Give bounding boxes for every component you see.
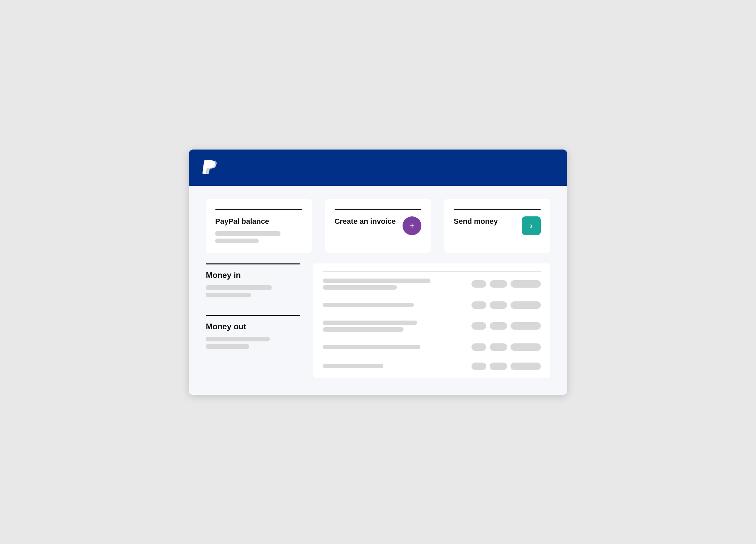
- transaction-right-2: [471, 301, 541, 309]
- transactions-panel: [313, 263, 550, 378]
- transaction-left-4: [323, 345, 466, 349]
- money-out-skeleton-1: [206, 337, 270, 341]
- money-in-title: Money in: [206, 270, 300, 280]
- transaction-left-1: [323, 279, 466, 290]
- plus-icon: +: [409, 221, 415, 231]
- transaction-pill-5b: [490, 363, 507, 370]
- invoice-card-border: [335, 209, 422, 210]
- transaction-pill-2b: [490, 301, 507, 309]
- arrow-right-icon: ›: [530, 221, 533, 231]
- balance-card-border: [215, 209, 302, 210]
- balance-card: PayPal balance: [206, 199, 312, 253]
- transaction-text-long-1: [323, 279, 430, 283]
- money-out-section: Money out: [206, 315, 300, 360]
- transaction-text-medium-1: [323, 285, 397, 290]
- balance-skeleton-2: [215, 239, 259, 243]
- money-out-divider: [206, 315, 300, 316]
- transaction-pill-4b: [490, 343, 507, 351]
- transaction-row: [323, 279, 541, 290]
- send-money-card-border: [454, 209, 541, 210]
- transaction-row: [323, 363, 541, 370]
- transaction-divider-4: [323, 357, 541, 357]
- money-in-skeleton-2: [206, 293, 251, 297]
- transaction-row: [323, 343, 541, 351]
- balance-skeleton-1: [215, 231, 280, 236]
- transaction-right-4: [471, 343, 541, 351]
- transaction-text-long-5: [323, 364, 383, 368]
- transaction-pill-3c: [511, 322, 541, 330]
- transaction-pill-1a: [471, 280, 486, 288]
- transaction-text-long-2: [323, 303, 414, 307]
- transaction-pill-5c: [511, 363, 541, 370]
- transaction-divider-3: [323, 338, 541, 338]
- invoice-card: Create an invoice +: [325, 199, 431, 253]
- left-sidebar: Money in Money out: [206, 263, 300, 378]
- header: [189, 150, 567, 186]
- transaction-left-3: [323, 321, 466, 332]
- app-window: PayPal balance Create an invoice + Send …: [189, 150, 567, 395]
- transaction-right-1: [471, 280, 541, 288]
- money-in-divider: [206, 263, 300, 264]
- money-in-section: Money in: [206, 263, 300, 308]
- transaction-divider-1: [323, 296, 541, 296]
- transaction-pill-3b: [490, 322, 507, 330]
- paypal-logo: [202, 159, 217, 176]
- main-content: Money in Money out: [206, 263, 550, 378]
- transaction-right-3: [471, 322, 541, 330]
- transaction-left-2: [323, 303, 466, 307]
- send-money-card: Send money ›: [444, 199, 550, 253]
- transaction-text-medium-3: [323, 327, 404, 332]
- money-out-title: Money out: [206, 322, 300, 331]
- transaction-pill-1c: [511, 280, 541, 288]
- transaction-pill-4c: [511, 343, 541, 351]
- transaction-text-long-4: [323, 345, 420, 349]
- balance-card-title: PayPal balance: [215, 217, 302, 226]
- transaction-text-long-3: [323, 321, 417, 325]
- transaction-row: [323, 321, 541, 332]
- money-out-skeleton-2: [206, 344, 249, 349]
- transaction-pill-1b: [490, 280, 507, 288]
- transaction-pill-3a: [471, 322, 486, 330]
- transaction-row: [323, 301, 541, 309]
- transaction-left-5: [323, 364, 466, 368]
- transaction-divider-2: [323, 315, 541, 315]
- transaction-right-5: [471, 363, 541, 370]
- send-money-button[interactable]: ›: [522, 216, 541, 235]
- transaction-pill-2a: [471, 301, 486, 309]
- top-cards: PayPal balance Create an invoice + Send …: [206, 199, 550, 253]
- create-invoice-button[interactable]: +: [403, 216, 421, 235]
- content: PayPal balance Create an invoice + Send …: [189, 186, 567, 395]
- transaction-pill-4a: [471, 343, 486, 351]
- transaction-pill-5a: [471, 363, 486, 370]
- paypal-p-icon: [202, 159, 217, 176]
- transaction-pill-2c: [511, 301, 541, 309]
- panel-top-divider: [323, 271, 541, 272]
- money-in-skeleton-1: [206, 285, 272, 290]
